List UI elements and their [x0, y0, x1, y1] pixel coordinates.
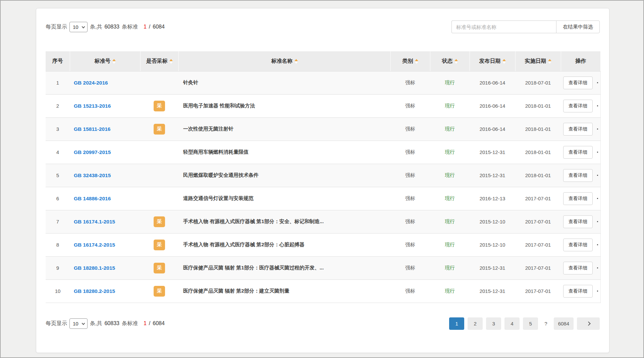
- status: 现行: [430, 164, 470, 187]
- view-detail-button[interactable]: 查看详细: [563, 100, 593, 112]
- view-detail-button[interactable]: 查看详细: [563, 146, 593, 159]
- view-detail-button[interactable]: 查看详细: [563, 285, 593, 298]
- publish-date: 2015-12-31: [470, 164, 515, 187]
- category: 强标: [390, 256, 430, 279]
- column-label: 实施日期: [525, 58, 546, 64]
- total-count: 60833: [104, 320, 119, 326]
- table-row: 3 GB 15811-2016 采 一次性使用无菌注射针 强标 现行 2016-…: [46, 117, 600, 141]
- total-suffix-label: 条标准: [122, 23, 138, 31]
- row-index: 5: [46, 164, 70, 187]
- implement-date: 2018-07-01: [515, 71, 561, 94]
- column-header-status[interactable]: 状态: [430, 51, 470, 71]
- view-detail-button[interactable]: 查看详细: [563, 123, 593, 136]
- view-detail-button[interactable]: 查看详细: [563, 192, 593, 205]
- standard-name: 手术植入物 有源植入式医疗器械 第1部分：安全、标记和制造...: [178, 210, 390, 233]
- trailing-dot: [597, 105, 598, 106]
- adopted-badge: 采: [154, 216, 165, 227]
- status: 现行: [430, 141, 470, 164]
- row-index: 6: [46, 187, 70, 210]
- sort-carets-icon: [454, 59, 458, 64]
- adopted-badge: 采: [154, 286, 165, 297]
- results-card: 每页显示 10 条,共 60833 条标准 1 / 6084 在结果中筛选: [36, 8, 609, 353]
- standard-name: 手术植入物 有源植入式医疗器械 第2部分：心脏起搏器: [178, 233, 390, 256]
- table-row: 2 GB 15213-2016 采 医用电子加速器 性能和试验方法 强标 现行 …: [46, 94, 600, 117]
- row-index: 9: [46, 256, 70, 279]
- category: 强标: [390, 164, 430, 187]
- view-detail-button[interactable]: 查看详细: [563, 169, 593, 182]
- pagination: 1 2 3 4 5 ? 6084: [449, 317, 600, 330]
- publish-date: 2015-12-10: [470, 233, 515, 256]
- trailing-dot: [597, 291, 598, 292]
- standard-code-link[interactable]: GB 2024-2016: [74, 80, 108, 86]
- view-detail-button[interactable]: 查看详细: [563, 262, 593, 274]
- page-button-2[interactable]: 2: [468, 317, 483, 330]
- column-label: 类别: [402, 58, 413, 64]
- category: 强标: [390, 141, 430, 164]
- chevron-down-icon: [82, 321, 85, 325]
- publish-date: 2016-06-14: [470, 71, 515, 94]
- page-button-1[interactable]: 1: [449, 317, 464, 330]
- table-row: 1 GB 2024-2016 采 针灸针 强标 现行 2016-06-14 20…: [46, 71, 600, 94]
- status: 现行: [430, 279, 470, 303]
- view-detail-button[interactable]: 查看详细: [563, 76, 593, 89]
- per-page-select[interactable]: 10: [69, 318, 88, 329]
- row-index: 7: [46, 210, 70, 233]
- standard-code-link[interactable]: GB 32438-2015: [74, 172, 111, 178]
- standard-code-link[interactable]: GB 15213-2016: [74, 103, 111, 109]
- trailing-dot: [597, 198, 598, 199]
- filter-button[interactable]: 在结果中筛选: [556, 20, 600, 33]
- per-page-select-control[interactable]: 10: [73, 24, 78, 30]
- standard-name: 轻型商用车辆燃料消耗量限值: [178, 141, 390, 164]
- per-page-info-bottom: 每页显示 10 条,共 60833 条标准 1 / 6084: [46, 318, 165, 329]
- total-pages: 6084: [153, 24, 165, 30]
- column-header-standard-name[interactable]: 标准名称: [178, 51, 390, 71]
- page-button-last[interactable]: 6084: [554, 317, 574, 330]
- next-page-button[interactable]: [577, 317, 600, 330]
- implement-date: 2017-07-01: [515, 187, 561, 210]
- implement-date: 2018-01-01: [515, 94, 561, 117]
- standard-code-link[interactable]: GB 16174.1-2015: [74, 219, 115, 224]
- row-index: 10: [46, 279, 70, 303]
- standard-code-link[interactable]: GB 14886-2016: [74, 196, 111, 201]
- table-row: 5 GB 32438-2015 采 民用燃煤取暖炉安全通用技术条件 强标 现行 …: [46, 164, 600, 187]
- column-label: 标准号: [95, 58, 111, 64]
- column-header-adopted[interactable]: 是否采标: [140, 51, 178, 71]
- standard-code-link[interactable]: GB 15811-2016: [74, 126, 110, 132]
- total-suffix-label: 条标准: [122, 320, 138, 327]
- page-button-3[interactable]: 3: [486, 317, 501, 330]
- status: 现行: [430, 256, 470, 279]
- view-detail-button[interactable]: 查看详细: [563, 239, 593, 251]
- standard-code-link[interactable]: GB 16174.2-2015: [74, 242, 115, 248]
- current-page-number: 1: [144, 24, 147, 30]
- category: 强标: [390, 233, 430, 256]
- view-detail-button[interactable]: 查看详细: [563, 215, 593, 228]
- sort-carets-icon: [169, 59, 173, 64]
- status: 现行: [430, 210, 470, 233]
- standard-code-link[interactable]: GB 18280.2-2015: [74, 288, 115, 294]
- page-button-4[interactable]: 4: [504, 317, 520, 330]
- per-page-select[interactable]: 10: [69, 22, 88, 32]
- column-header-publish-date[interactable]: 发布日期: [470, 51, 515, 71]
- implement-date: 2018-01-01: [515, 141, 561, 164]
- column-header-category[interactable]: 类别: [390, 51, 430, 71]
- standard-code-link[interactable]: GB 20997-2015: [74, 149, 111, 155]
- trailing-dot: [597, 152, 598, 153]
- column-label: 操作: [575, 58, 586, 64]
- standard-name: 一次性使用无菌注射针: [178, 117, 390, 141]
- page-button-5[interactable]: 5: [523, 317, 538, 330]
- status: 现行: [430, 233, 470, 256]
- column-header-standard-code[interactable]: 标准号: [70, 51, 140, 71]
- table-row: 6 GB 14886-2016 采 道路交通信号灯设置与安装规范 强标 现行 2…: [46, 187, 600, 210]
- column-header-implement-date[interactable]: 实施日期: [515, 51, 561, 71]
- standard-name: 医疗保健产品灭菌 辐射 第1部分：医疗器械灭菌过程的开发、...: [178, 256, 390, 279]
- chevron-right-icon: [586, 321, 591, 326]
- chevron-down-icon: [82, 25, 85, 28]
- implement-date: 2017-07-01: [515, 256, 561, 279]
- toolbar-top: 每页显示 10 条,共 60833 条标准 1 / 6084 在结果中筛选: [46, 20, 600, 33]
- search-input[interactable]: [451, 20, 556, 33]
- total-pages: 6084: [153, 320, 165, 326]
- standard-name: 道路交通信号灯设置与安装规范: [178, 187, 390, 210]
- toolbar-bottom: 每页显示 10 条,共 60833 条标准 1 / 6084 1 2 3 4 5…: [46, 317, 600, 330]
- per-page-select-control[interactable]: 10: [73, 321, 78, 326]
- standard-code-link[interactable]: GB 18280.1-2015: [74, 265, 115, 271]
